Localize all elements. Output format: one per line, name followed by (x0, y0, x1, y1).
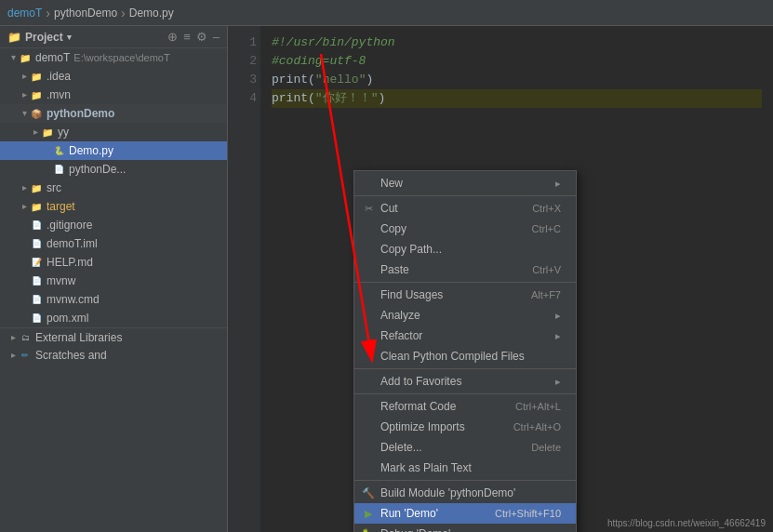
menu-label-new: New (380, 177, 555, 190)
chevron-down-icon: ▾ (67, 33, 72, 42)
code-token: ) (378, 89, 385, 108)
gitignore-file-icon: 📄 (30, 219, 43, 232)
code-token: "hello" (315, 71, 367, 89)
tree-item-pomxml[interactable]: 📄 pom.xml (0, 309, 227, 327)
submenu-arrow-favorites: ▸ (555, 376, 561, 388)
separator-4 (354, 393, 576, 394)
code-line-3: print ( "hello" ) (272, 71, 762, 89)
tree-item-Demo-py[interactable]: 🐍 Demo.py (0, 141, 227, 160)
menu-item-mark-plain[interactable]: Mark as Plain Text (354, 458, 576, 478)
delete-shortcut: Delete (531, 442, 561, 453)
menu-label-clean: Clean Python Compiled Files (380, 350, 561, 363)
gitignore-label: .gitignore (47, 219, 92, 232)
md-file-icon: 📝 (30, 256, 43, 269)
copy-shortcut: Ctrl+C (532, 223, 561, 234)
menu-item-find-usages[interactable]: Find Usages Alt+F7 (354, 285, 576, 305)
file-name: Demo.py (129, 7, 174, 20)
target-label: target (47, 200, 75, 213)
code-token: #coding=utf-8 (272, 52, 366, 71)
demoTiml-label: demoT.iml (47, 237, 98, 250)
reformat-shortcut: Ctrl+Alt+L (515, 401, 561, 412)
menu-item-clean[interactable]: Clean Python Compiled Files (354, 346, 576, 366)
sidebar: 📁 Project ▾ ⊕ ≡ ⚙ – 📁 demoT E:\workspace… (0, 26, 228, 532)
pomxml-label: pom.xml (47, 312, 88, 325)
DemoPy-label: Demo.py (69, 144, 113, 157)
tree-item-pythonDemo[interactable]: 📦 pythonDemo (0, 104, 227, 123)
scratches-icon: ✏ (19, 349, 32, 362)
tree-item-scratches[interactable]: ✏ Scratches and (0, 346, 227, 365)
add-icon[interactable]: ⊕ (167, 30, 178, 44)
separator-5 (354, 480, 576, 481)
tree-item-src[interactable]: 📁 src (0, 179, 227, 197)
separator-1 (354, 195, 576, 196)
iml-file-icon: 📄 (52, 163, 65, 176)
expand-arrow-idea (19, 71, 30, 82)
menu-item-paste[interactable]: Paste Ctrl+V (354, 259, 576, 280)
menu-label-find-usages: Find Usages (380, 288, 513, 301)
tree-item-mvnw[interactable]: 📄 mvnw (0, 272, 227, 290)
project-icon: 📁 (7, 31, 21, 44)
tree-item-HELP[interactable]: 📝 HELP.md (0, 253, 227, 272)
editor-content: 1 2 3 4 #!/usr/bin/python #coding=utf-8 … (228, 26, 773, 532)
project-folder-icon: 📁 (19, 51, 32, 64)
mvnw-file-icon: 📄 (30, 274, 43, 287)
tree-item-ext-lib[interactable]: 🗂 External Libraries (0, 327, 227, 346)
menu-item-analyze[interactable]: Analyze ▸ (354, 305, 576, 326)
find-shortcut: Alt+F7 (531, 289, 561, 300)
src-folder-icon: 📁 (30, 181, 43, 194)
collapse-icon[interactable]: ≡ (183, 30, 191, 44)
menu-item-debug-demo[interactable]: 🐛 Debug 'Demo' (354, 524, 576, 532)
xml-file-icon: 📄 (30, 312, 43, 325)
menu-item-add-favorites[interactable]: Add to Favorites ▸ (354, 371, 576, 392)
menu-item-refactor[interactable]: Refactor ▸ (354, 326, 576, 346)
menu-label-copy-path: Copy Path... (380, 243, 561, 256)
submenu-arrow-new: ▸ (555, 178, 561, 190)
tree-item-mvnwcmd[interactable]: 📄 mvnw.cmd (0, 290, 227, 309)
tree-item-target[interactable]: 📁 target (0, 197, 227, 216)
menu-item-copy[interactable]: Copy Ctrl+C (354, 219, 576, 239)
menu-item-optimize[interactable]: Optimize Imports Ctrl+Alt+O (354, 417, 576, 437)
cut-icon: ✂ (362, 203, 375, 215)
py-file-icon: 🐍 (52, 144, 65, 157)
menu-label-cut: Cut (380, 202, 513, 215)
minimize-icon[interactable]: – (213, 30, 220, 44)
expand-arrow-yy (30, 126, 41, 138)
code-token: ( (308, 71, 315, 89)
menu-item-delete[interactable]: Delete... Delete (354, 437, 576, 458)
sep1: › (46, 6, 50, 20)
menu-item-run-demo[interactable]: ▶ Run 'Demo' Ctrl+Shift+F10 (354, 503, 576, 524)
menu-label-refactor: Refactor (380, 329, 555, 342)
tree-item-yy[interactable]: 📁 yy (0, 123, 227, 141)
tree-item-demoTiml[interactable]: 📄 demoT.iml (0, 234, 227, 253)
tree-item-idea[interactable]: 📁 .idea (0, 67, 227, 86)
cmd-file-icon: 📄 (30, 293, 43, 306)
sidebar-title: 📁 Project ▾ (7, 31, 72, 44)
title-bar: demoT › pythonDemo › Demo.py (0, 0, 773, 26)
expand-arrow-scratches (7, 350, 19, 361)
context-menu: New ▸ ✂ Cut Ctrl+X Copy Ctrl+C Copy Path… (353, 170, 577, 532)
sidebar-label: Project (25, 31, 63, 44)
tree-item-gitignore[interactable]: 📄 .gitignore (0, 216, 227, 234)
menu-item-cut[interactable]: ✂ Cut Ctrl+X (354, 198, 576, 219)
tree-item-demoT[interactable]: 📁 demoT E:\workspace\demoT (0, 48, 227, 67)
menu-item-build-module[interactable]: 🔨 Build Module 'pythonDemo' (354, 483, 576, 503)
pythonDemo-label: pythonDemo (47, 107, 114, 120)
gear-icon[interactable]: ⚙ (196, 30, 207, 44)
yy-label: yy (58, 126, 69, 139)
menu-item-reformat[interactable]: Reformat Code Ctrl+Alt+L (354, 396, 576, 417)
menu-item-copy-path[interactable]: Copy Path... (354, 239, 576, 259)
code-token: ( (308, 89, 315, 108)
separator-3 (354, 368, 576, 369)
tree-item-mvn[interactable]: 📁 .mvn (0, 86, 227, 104)
src-label: src (47, 181, 61, 194)
code-token: print (272, 71, 308, 89)
watermark: https://blog.csdn.net/weixin_46662419 (607, 518, 766, 528)
menu-label-add-favorites: Add to Favorites (380, 375, 555, 388)
menu-label-debug-demo: Debug 'Demo' (380, 527, 561, 532)
tree-item-pythonDe[interactable]: 📄 pythonDe... (0, 160, 227, 179)
code-line-4: print ( "你好！！" ) (272, 89, 762, 108)
menu-item-new[interactable]: New ▸ (354, 173, 576, 193)
idea-label: .idea (47, 70, 71, 83)
expand-arrow-src (19, 182, 30, 193)
ext-lib-label: External Libraries (35, 331, 122, 344)
